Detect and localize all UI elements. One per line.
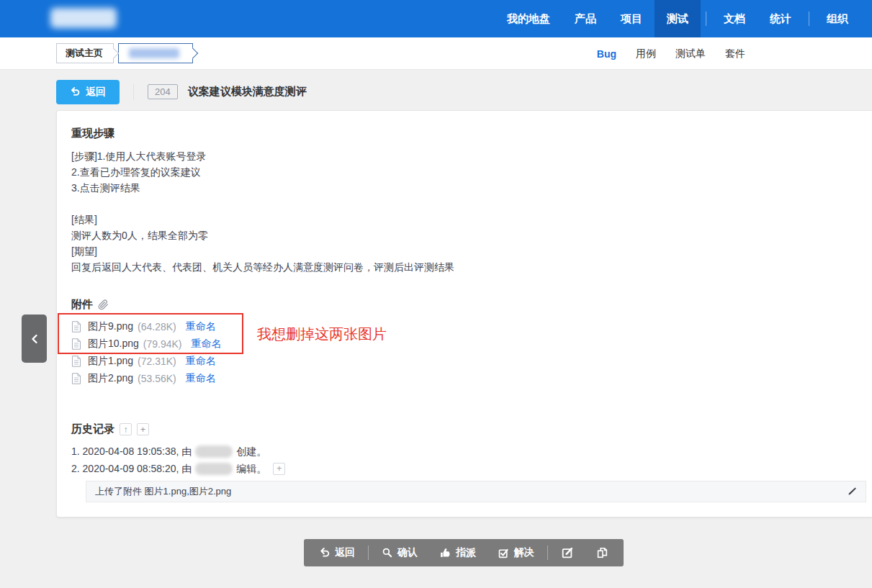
nav-item-doc[interactable]: 文档 <box>711 0 758 37</box>
nav-item-org[interactable]: 组织 <box>814 0 860 37</box>
history-heading: 历史记录 ↑ + <box>71 422 149 436</box>
nav-item-stats[interactable]: 统计 <box>758 0 804 37</box>
history-expand-all-icon[interactable]: + <box>137 423 149 435</box>
history-heading-label: 历史记录 <box>71 422 114 436</box>
attachment-row: 图片2.png (53.56K) 重命名 <box>71 370 222 387</box>
step-line: [期望] <box>71 243 454 259</box>
tab-testtask[interactable]: 测试单 <box>675 48 706 60</box>
history-entry: 2. 2020-04-09 08:58:20, 由 编辑。 + <box>71 460 285 477</box>
toolbar-edit-button[interactable] <box>550 539 585 566</box>
toolbar-assign-label: 指派 <box>456 546 476 559</box>
blurred-user-name <box>195 445 233 458</box>
step-line: [结果] <box>71 212 454 227</box>
attachment-size: (79.94K) <box>143 338 182 350</box>
nav-separator <box>809 12 809 26</box>
test-tabs: Bug 用例 测试单 套件 <box>597 37 745 70</box>
undo-arrow-icon <box>319 547 331 558</box>
back-button-label: 返回 <box>86 86 106 99</box>
breadcrumb-test-home[interactable]: 测试主页 <box>56 43 114 63</box>
checkbox-check-icon <box>498 547 510 559</box>
title-divider <box>133 84 134 100</box>
attachment-row: 图片1.png (72.31K) 重命名 <box>71 353 222 370</box>
attachment-name-link[interactable]: 图片2.png <box>88 372 133 385</box>
step-line: 3.点击测评结果 <box>71 180 454 196</box>
nav-item-test[interactable]: 测试 <box>655 0 701 37</box>
toolbar-back-button[interactable]: 返回 <box>308 539 366 566</box>
rename-link[interactable]: 重命名 <box>186 372 216 385</box>
file-icon <box>71 373 81 384</box>
tab-case[interactable]: 用例 <box>636 48 656 60</box>
toolbar-copy-button[interactable] <box>585 539 619 566</box>
app-logo[interactable] <box>50 8 117 28</box>
blurred-user-name <box>195 463 233 475</box>
attachment-size: (64.28K) <box>138 321 176 333</box>
steps-heading: 重现步骤 <box>71 127 114 140</box>
toolbar-resolve-label: 解决 <box>514 546 534 559</box>
attachment-row: 图片10.png (79.94K) 重命名 <box>71 335 222 353</box>
breadcrumb: 测试主页 <box>56 43 193 63</box>
steps-heading-label: 重现步骤 <box>71 127 114 140</box>
back-button[interactable]: 返回 <box>56 80 120 104</box>
attachments-heading: 附件 <box>71 298 109 312</box>
attachment-list: 图片9.png (64.28K) 重命名 图片10.png (79.94K) 重… <box>71 318 222 387</box>
sidebar-collapse-button[interactable] <box>22 315 47 363</box>
rename-link[interactable]: 重命名 <box>186 355 216 368</box>
attachments-heading-label: 附件 <box>71 298 93 312</box>
chevron-left-icon <box>30 334 39 344</box>
step-line <box>71 196 454 212</box>
history-entry-prefix: 1. 2020-04-08 19:05:38, 由 <box>71 443 192 460</box>
overlapping-pages-icon <box>595 546 608 559</box>
bug-title-row: 返回 204 议案建议模块满意度测评 <box>56 79 307 104</box>
toolbar-resolve-button[interactable]: 解决 <box>487 539 545 566</box>
tab-bug[interactable]: Bug <box>597 48 616 60</box>
nav-item-product[interactable]: 产品 <box>562 0 608 37</box>
step-line: 回复后返回人大代表、代表团、机关人员等经办人满意度测评问卷，评测后出评测结果 <box>71 259 454 275</box>
file-icon <box>71 356 81 367</box>
nav-item-my-space[interactable]: 我的地盘 <box>495 0 562 37</box>
attachment-size: (53.56K) <box>138 373 176 384</box>
main-nav: 我的地盘 产品 项目 测试 文档 统计 组织 <box>495 0 860 37</box>
toolbar-assign-button[interactable]: 指派 <box>428 539 487 566</box>
history-change-text: 上传了附件 图片1.png,图片2.png <box>95 485 231 498</box>
toolbar-confirm-label: 确认 <box>397 546 418 559</box>
tab-suite[interactable]: 套件 <box>725 48 745 60</box>
step-line: 测评人数为0人，结果全部为零 <box>71 227 454 243</box>
square-pencil-icon <box>561 546 574 559</box>
toolbar-confirm-button[interactable]: 确认 <box>371 539 428 566</box>
paperclip-icon <box>98 299 109 310</box>
top-navbar: 我的地盘 产品 项目 测试 文档 统计 组织 <box>0 0 872 37</box>
toolbar-back-label: 返回 <box>335 546 355 559</box>
edit-comment-icon[interactable] <box>847 487 857 497</box>
attachment-size: (72.31K) <box>138 356 176 367</box>
nav-separator <box>706 12 706 26</box>
step-line: 2.查看已办理答复的议案建议 <box>71 164 454 180</box>
steps-content: [步骤]1.使用人大代表账号登录 2.查看已办理答复的议案建议 3.点击测评结果… <box>71 148 454 275</box>
rename-link[interactable]: 重命名 <box>186 320 216 333</box>
history-reverse-icon[interactable]: ↑ <box>120 423 132 435</box>
rename-link[interactable]: 重命名 <box>192 338 222 350</box>
toolbar-separator <box>368 546 369 560</box>
pointing-hand-icon <box>439 547 451 559</box>
history-entry: 1. 2020-04-08 19:05:38, 由 创建。 <box>71 443 285 460</box>
file-icon <box>71 321 81 333</box>
history-entry-prefix: 2. 2020-04-09 08:58:20, 由 <box>71 460 192 477</box>
bottom-action-toolbar: 返回 确认 指派 解决 <box>304 539 624 566</box>
attachment-name-link[interactable]: 图片9.png <box>88 320 133 333</box>
undo-arrow-icon <box>70 86 81 97</box>
magnifier-icon <box>382 547 393 558</box>
bug-title: 议案建议模块满意度测评 <box>188 85 307 99</box>
bug-id-badge: 204 <box>148 84 178 99</box>
annotation-text: 我想删掉这两张图片 <box>257 325 387 344</box>
attachment-name-link[interactable]: 图片10.png <box>88 338 139 350</box>
attachment-name-link[interactable]: 图片1.png <box>88 355 133 368</box>
sub-header: 测试主页 Bug 用例 测试单 套件 <box>0 37 872 70</box>
history-entry-suffix: 创建。 <box>236 443 266 460</box>
history-entry-expand-icon[interactable]: + <box>273 463 285 475</box>
breadcrumb-current-product[interactable] <box>118 43 193 63</box>
history-list: 1. 2020-04-08 19:05:38, 由 创建。 2. 2020-04… <box>71 443 285 477</box>
file-icon <box>71 338 81 350</box>
bug-detail-panel: 重现步骤 [步骤]1.使用人大代表账号登录 2.查看已办理答复的议案建议 3.点… <box>56 110 872 517</box>
step-line: [步骤]1.使用人大代表账号登录 <box>71 148 454 164</box>
toolbar-separator <box>547 546 548 560</box>
nav-item-project[interactable]: 项目 <box>608 0 655 37</box>
